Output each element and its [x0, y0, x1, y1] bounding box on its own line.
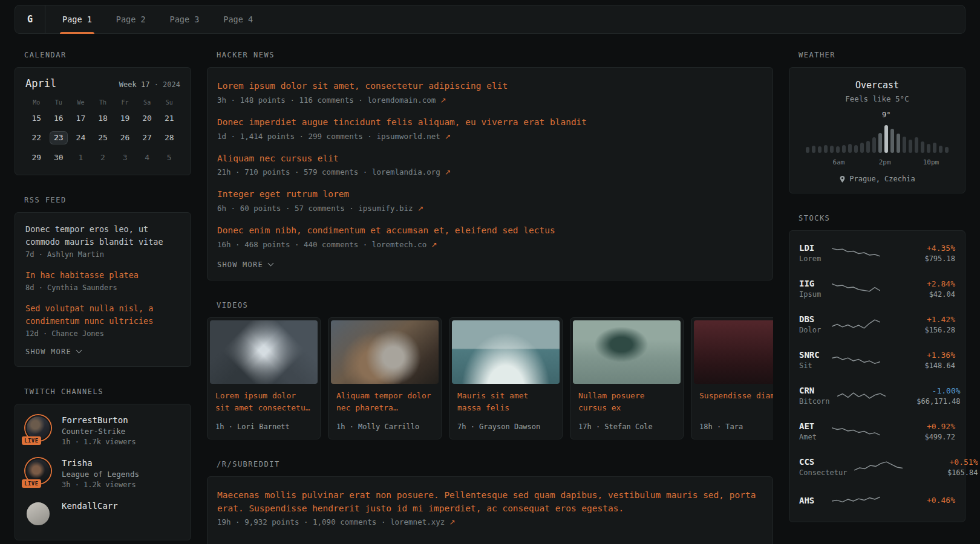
video-title[interactable]: Mauris sit amet massa felis [457, 390, 554, 414]
video-thumbnail[interactable] [573, 320, 681, 384]
twitch-channel[interactable]: LIVE Trisha League of Legends 3h · 1.2k … [25, 458, 180, 489]
twitch-header: TWITCH CHANNELS [24, 387, 191, 396]
stock-symbol: AHS [799, 496, 825, 505]
weather-bar [927, 144, 930, 153]
tab-page-2[interactable]: Page 2 [108, 5, 154, 33]
stocks-header: STOCKS [799, 214, 965, 222]
hn-meta: 16h · 468 points · 440 comments · loremt… [217, 240, 763, 249]
weather-bar [860, 143, 864, 153]
stock-row[interactable]: IIG Ipsum +2.84% $42.04 [799, 271, 955, 306]
weather-bar [830, 146, 834, 153]
reddit-post-title-link[interactable]: Maecenas mollis pulvinar erat non posuer… [217, 489, 763, 516]
hn-meta: 1d · 1,414 points · 299 comments · ipsum… [217, 132, 763, 141]
video-thumbnail[interactable] [331, 320, 439, 384]
stock-row[interactable]: LDI Lorem +4.35% $795.18 [799, 235, 955, 271]
stock-symbol: LDI [799, 243, 825, 253]
calendar-day: 19 [114, 112, 136, 125]
weather-bar [836, 146, 840, 153]
rss-title-link[interactable]: In hac habitasse platea [25, 269, 180, 282]
rss-title-link[interactable]: Donec tempor eros leo, ut commodo mauris… [25, 223, 180, 248]
external-link-icon[interactable]: ↗ [449, 518, 456, 526]
calendar-day: 30 [48, 151, 70, 164]
rss-title-link[interactable]: Sed volutpat nulla nisl, a condimentum n… [25, 302, 180, 328]
stock-name: Dolor [799, 326, 825, 334]
middle-column: HACKER NEWS Lorem ipsum dolor sit amet, … [207, 51, 773, 544]
stock-change: +1.42% [887, 315, 955, 324]
hn-item: Donec enim nibh, condimentum et accumsan… [217, 224, 763, 249]
video-title[interactable]: Lorem ipsum dolor sit amet consectetu… [215, 390, 312, 414]
videos-row: Lorem ipsum dolor sit amet consectetu… 1… [207, 317, 773, 439]
subreddit-widget: /R/SUBREDDIT Maecenas mollis pulvinar er… [207, 460, 773, 544]
stock-row[interactable]: AET Amet +0.92% $499.72 [799, 413, 955, 449]
stock-row[interactable]: SNRC Sit +1.36% $148.64 [799, 342, 955, 378]
hn-title-link[interactable]: Integer eget rutrum lorem [217, 188, 763, 201]
tab-page-1[interactable]: Page 1 [54, 5, 100, 33]
time-label: 10pm [923, 158, 939, 166]
hn-title-link[interactable]: Donec imperdiet augue tincidunt felis al… [217, 116, 763, 129]
stock-sparkline [832, 423, 880, 440]
weather-bar [915, 137, 918, 153]
weather-bar [897, 134, 900, 153]
show-more-button[interactable]: SHOW MORE [217, 261, 273, 269]
external-link-icon[interactable]: ↗ [445, 168, 451, 176]
app-logo[interactable]: G [15, 5, 45, 33]
stock-change: +4.35% [887, 244, 955, 253]
video-thumbnail[interactable] [452, 320, 560, 384]
calendar-day: 20 [136, 112, 158, 125]
weather-bar [939, 146, 942, 153]
reddit-post-meta: 19h · 9,932 points · 1,090 comments · lo… [217, 517, 763, 526]
hackernews-header: HACKER NEWS [217, 51, 773, 59]
tab-page-3[interactable]: Page 3 [162, 5, 208, 33]
twitch-channel[interactable]: LIVE ForrestBurton Counter-Strike 1h · 1… [25, 415, 180, 446]
stock-row[interactable]: DBS Dolor +1.42% $156.28 [799, 306, 955, 342]
calendar-day: 4 [136, 151, 158, 164]
stock-row[interactable]: CCS Consectetur +0.51% $165.84 [799, 449, 955, 485]
weather-bar [878, 133, 882, 153]
hn-title-link[interactable]: Lorem ipsum dolor sit amet, consectetur … [217, 80, 763, 93]
twitch-channel[interactable]: KendallCarr [25, 501, 180, 529]
video-thumbnail[interactable] [694, 320, 773, 384]
weather-bar [921, 141, 924, 153]
channel-name[interactable]: ForrestBurton [62, 415, 136, 425]
video-title[interactable]: Suspendisse diam [699, 390, 773, 402]
external-link-icon[interactable]: ↗ [431, 241, 437, 249]
video-title[interactable]: Aliquam tempor dolor nec pharetra… [336, 390, 433, 414]
calendar-day: 29 [25, 151, 48, 164]
hn-meta: 3h · 148 points · 116 comments · loremdo… [217, 96, 763, 105]
channel-name[interactable]: Trisha [62, 458, 139, 468]
external-link-icon[interactable]: ↗ [440, 96, 446, 105]
hn-title-link[interactable]: Donec enim nibh, condimentum et accumsan… [217, 224, 763, 238]
stock-price: $499.72 [887, 433, 955, 441]
video-card[interactable]: Suspendisse diam 18h · Tara [691, 317, 773, 439]
weather-condition: Overcast [800, 80, 954, 91]
stock-change: +2.84% [887, 279, 955, 288]
video-thumbnail[interactable] [210, 320, 318, 384]
calendar-day: 26 [114, 131, 136, 144]
rss-meta: 12d · Chance Jones [25, 329, 180, 338]
channel-name[interactable]: KendallCarr [62, 501, 118, 511]
video-title[interactable]: Nullam posuere cursus ex [578, 390, 675, 414]
show-more-button[interactable]: SHOW MORE [25, 348, 81, 356]
external-link-icon[interactable]: ↗ [445, 132, 451, 141]
weather-bar [884, 125, 888, 153]
time-label: 2pm [879, 158, 891, 166]
channel-game: Counter-Strike [62, 427, 136, 436]
stock-row[interactable]: AHS +0.46% [799, 485, 955, 517]
tab-page-4[interactable]: Page 4 [215, 5, 261, 33]
video-card[interactable]: Lorem ipsum dolor sit amet consectetu… 1… [207, 317, 321, 439]
stock-sparkline [832, 316, 880, 333]
stock-change: +0.46% [887, 496, 955, 505]
calendar-month: April [25, 77, 56, 89]
stock-name: Ipsum [799, 290, 825, 299]
calendar-week-label: Week 17 · 2024 [119, 80, 180, 89]
hn-item: Lorem ipsum dolor sit amet, consectetur … [217, 80, 763, 105]
external-link-icon[interactable]: ↗ [417, 204, 423, 213]
calendar-day: 28 [158, 131, 180, 144]
stock-row[interactable]: CRN Bitcorn -1.00% $66,171.48 [799, 378, 955, 413]
video-card[interactable]: Nullam posuere cursus ex 17h · Stefan Co… [570, 317, 684, 439]
hn-title-link[interactable]: Aliquam nec cursus elit [217, 152, 763, 166]
twitch-widget: TWITCH CHANNELS LIVE ForrestBurton Count… [15, 387, 191, 540]
video-card[interactable]: Aliquam tempor dolor nec pharetra… 1h · … [328, 317, 442, 439]
video-card[interactable]: Mauris sit amet massa felis 7h · Grayson… [449, 317, 563, 439]
calendar-header: CALENDAR [24, 51, 191, 59]
